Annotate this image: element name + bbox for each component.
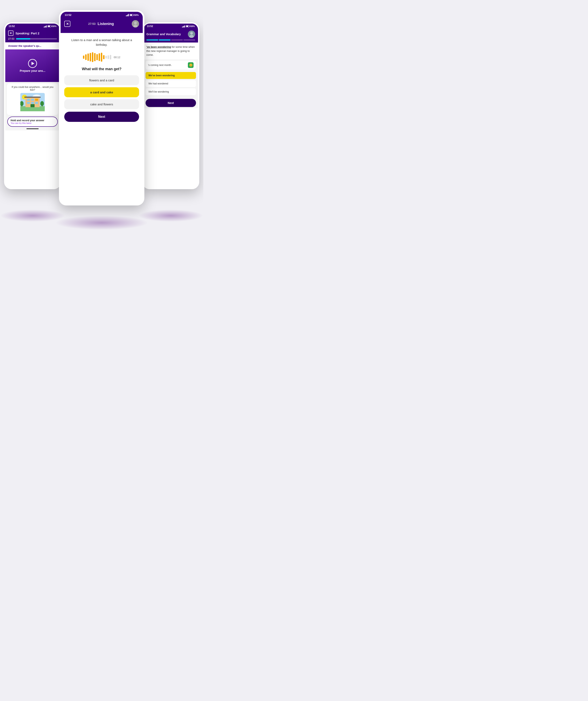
chat-icon: 😊 [188,62,194,68]
right-option-1[interactable]: We've been wondering [145,72,196,79]
wave-bar-4 [90,53,91,61]
left-question-card: If you could live anywhere... would you … [7,83,58,115]
right-signal-icon [182,25,185,27]
signal-icon [44,25,47,27]
center-option-2[interactable]: a card and cake [64,87,139,97]
svg-point-18 [134,22,137,24]
right-next-button[interactable]: Next [145,99,196,107]
left-nav-title: Speaking: Part 2 [15,31,39,35]
svg-rect-10 [31,102,34,104]
center-signal-icon [126,14,129,16]
play-button[interactable] [28,59,37,68]
left-timer: 27:53 [8,37,14,40]
svg-rect-5 [24,96,41,98]
svg-rect-12 [30,104,35,107]
svg-rect-6 [27,99,30,101]
right-battery-pct: 59% [190,25,195,27]
chat-response-text: 's coming next month. [148,64,172,66]
audio-wave: 00:12 [61,49,143,65]
right-progress-container [143,39,198,42]
center-progress-track [64,29,67,30]
left-home-indicator [26,129,39,129]
center-option-1[interactable]: flowers and a card [64,75,139,85]
wave-bar-3 [87,53,89,61]
svg-rect-9 [27,102,30,104]
left-status-time: 13:52 [9,25,15,28]
right-status-time: 13:52 [147,25,153,28]
left-status-icons: 59% [44,25,56,27]
left-video-thumb[interactable]: Prepare your ans... [5,49,60,82]
svg-point-16 [40,101,44,106]
wave-bar-11 [105,56,107,59]
center-status-time: 13:52 [65,13,71,16]
left-progress-track [16,38,57,39]
right-status-bar: 13:52 59% [143,24,198,29]
right-avatar [188,30,195,38]
right-option-3[interactable]: We'll be wondering [145,88,196,95]
left-progress-fill [16,38,30,39]
left-battery-pct: 59% [52,25,56,27]
listen-description: Listen to a man and a woman talking abou… [61,33,143,49]
wave-bar-7 [96,54,98,60]
left-question-header: Answer the speaker's qu... [5,42,60,49]
wave-bar-9 [101,53,102,62]
center-nav-section: Listening [97,22,114,26]
right-body: 've been wondering for some time when th… [143,42,198,108]
center-avatar [132,20,139,27]
left-close-button[interactable]: ✕ [8,30,13,36]
center-next-button[interactable]: Next [64,112,139,122]
center-status-icons: 59% [126,14,139,16]
left-question-text: If you could live anywhere... would you … [9,86,56,91]
right-nav-title: Grammar and Vocabulary [146,33,181,36]
grammar-highlight: 've been wondering [146,45,171,48]
right-status-icons: 59% [182,25,195,27]
hold-record-sub: You can try this twice [11,122,54,124]
right-phone: 13:52 59% Grammar and Vocabulary [142,22,199,189]
svg-point-21 [190,32,193,35]
wave-bar-1 [83,55,84,59]
center-question: What will the man get? [61,65,143,75]
wave-bar-2 [85,54,87,60]
center-body: Listen to a man and a woman talking abou… [61,33,143,122]
audio-time: 00:12 [114,56,120,59]
center-close-button[interactable]: ✕ [64,21,70,27]
center-timer: 27:53 [88,22,95,25]
play-icon [31,62,34,65]
hold-record-bar[interactable]: Hold and record your answer You can try … [7,116,58,127]
wave-bar-6 [94,53,95,61]
center-progress-container [61,29,143,33]
center-phone: 13:52 59% ✕ 27:53 Listening [59,10,144,205]
grammar-prompt: 've been wondering for some time when th… [143,42,198,59]
right-progress-track [146,39,195,40]
wave-bar-10 [103,55,104,59]
chat-bubble: 's coming next month. 😊 [145,61,196,69]
battery-icon [48,25,51,27]
center-battery-pct: 59% [134,14,139,16]
wave-bar-13 [110,55,111,59]
wave-bar-12 [107,55,109,59]
wave-bar-5 [92,52,93,62]
center-status-bar: 13:52 59% [61,12,143,18]
left-nav-bar: ✕ Speaking: Part 2 [5,29,60,37]
left-body: Answer the speaker's qu... Prepare your … [5,42,60,131]
svg-rect-8 [35,99,38,101]
wave-bar-8 [98,53,100,61]
svg-rect-11 [35,102,38,104]
center-option-3[interactable]: cake and flowers [64,99,139,109]
right-nav-bar: Grammar and Vocabulary [143,29,198,39]
left-progress-container: 27:53 [5,37,60,42]
right-option-2[interactable]: We had wondered [145,80,196,87]
prepare-text: Prepare your ans... [20,69,45,72]
left-phone: 13:52 59% ✕ Speaking: Part 2 27:53 [4,22,61,189]
hold-record-title: Hold and record your answer [11,119,54,122]
center-nav-bar: ✕ 27:53 Listening [61,18,143,29]
svg-rect-7 [31,99,34,101]
right-battery-icon [186,25,190,27]
left-status-bar: 13:52 59% [5,24,60,29]
right-answer-options: We've been wondering We had wondered We'… [143,71,198,98]
center-battery-icon [130,14,133,16]
house-illustration [20,93,45,111]
center-answer-options: flowers and a card a card and cake cake … [61,75,143,109]
